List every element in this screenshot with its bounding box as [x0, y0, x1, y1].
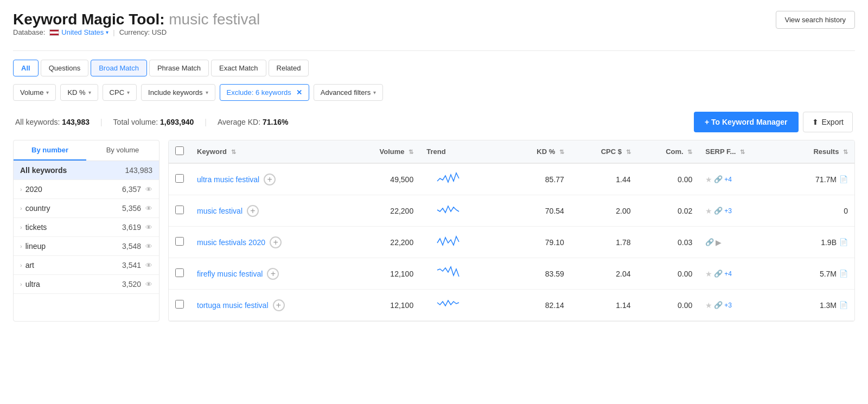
sidebar-tab-by-volume[interactable]: By volume — [86, 140, 159, 161]
sort-icon: ⇅ — [231, 149, 236, 155]
sidebar-item-tickets[interactable]: › tickets 3,619 👁 — [14, 218, 159, 237]
trend-cell — [420, 258, 508, 290]
include-keywords-filter[interactable]: Include keywords ▾ — [141, 84, 215, 101]
add-keyword-button[interactable]: + — [264, 174, 276, 185]
keyword-link[interactable]: music festivals 2020 — [197, 238, 265, 247]
link-icon: 🔗 — [705, 238, 714, 246]
upload-icon: ⬆ — [812, 118, 819, 126]
page-title: Keyword Magic Tool: music festival — [13, 11, 260, 28]
row-checkbox[interactable] — [175, 174, 184, 183]
visibility-icon[interactable]: 👁 — [145, 185, 152, 194]
cpc-cell: 1.44 — [571, 163, 637, 195]
chevron-down-icon: ▾ — [206, 89, 208, 95]
row-checkbox[interactable] — [175, 237, 184, 246]
serp-header[interactable]: SERP F... ⇅ — [699, 140, 780, 163]
results-cell: 1.3M📄 — [781, 290, 854, 321]
tab-related[interactable]: Related — [269, 60, 309, 76]
visibility-icon[interactable]: 👁 — [145, 280, 152, 288]
tab-exact-match[interactable]: Exact Match — [211, 60, 266, 76]
keyword-link[interactable]: music festival — [197, 207, 242, 215]
volume-header[interactable]: Volume ⇅ — [347, 140, 420, 163]
serp-plus-badge: +3 — [724, 302, 732, 309]
sidebar-item-all-keywords[interactable]: All keywords 143,983 — [14, 161, 159, 180]
link-icon: 🔗 — [714, 270, 723, 278]
add-keyword-button[interactable]: + — [267, 268, 279, 280]
volume-cell: 22,200 — [347, 227, 420, 258]
sort-icon: ⇅ — [740, 149, 745, 155]
sidebar-item-2020[interactable]: › 2020 6,357 👁 — [14, 180, 159, 199]
action-buttons: + To Keyword Manager ⬆ Export — [694, 112, 853, 132]
keyword-link[interactable]: tortuga music festival — [197, 301, 269, 310]
sidebar-item-ultra[interactable]: › ultra 3,520 👁 — [14, 275, 159, 294]
sidebar-tabs: By number By volume — [14, 140, 159, 161]
total-volume-stat: Total volume: 1,693,940 — [113, 118, 194, 126]
advanced-filters-button[interactable]: Advanced filters ▾ — [314, 84, 384, 101]
sort-icon: ⇅ — [843, 149, 848, 155]
tab-phrase-match[interactable]: Phrase Match — [149, 60, 209, 76]
kd-header[interactable]: KD % ⇅ — [508, 140, 571, 163]
volume-cell: 22,200 — [347, 195, 420, 227]
view-search-history-button[interactable]: View search history — [776, 11, 855, 29]
document-icon: 📄 — [839, 175, 848, 183]
add-keyword-button[interactable]: + — [247, 205, 259, 217]
select-all-checkbox[interactable] — [175, 146, 184, 155]
sidebar-item-lineup[interactable]: › lineup 3,548 👁 — [14, 237, 159, 256]
com-cell: 0.00 — [637, 290, 699, 321]
volume-cell: 49,500 — [347, 163, 420, 195]
serp-plus-badge: +4 — [724, 270, 732, 278]
sort-icon: ⇅ — [409, 149, 413, 155]
sort-icon: ⇅ — [559, 149, 564, 155]
volume-cell: 12,100 — [347, 290, 420, 321]
cpc-cell: 1.78 — [571, 227, 637, 258]
row-checkbox[interactable] — [175, 206, 184, 214]
avg-kd-stat: Average KD: 71.16% — [218, 118, 289, 126]
export-button[interactable]: ⬆ Export — [803, 112, 853, 132]
tab-questions[interactable]: Questions — [41, 60, 89, 76]
row-checkbox[interactable] — [175, 300, 184, 309]
trend-cell — [420, 163, 508, 195]
visibility-icon[interactable]: 👁 — [145, 261, 152, 270]
kd-cell: 85.77 — [508, 163, 571, 195]
cpc-filter[interactable]: CPC ▾ — [103, 84, 137, 101]
keyword-link[interactable]: ultra music festival — [197, 175, 259, 184]
com-cell: 0.00 — [637, 258, 699, 290]
results-cell: 0 — [781, 195, 854, 227]
com-header[interactable]: Com. ⇅ — [637, 140, 699, 163]
exclude-keywords-filter[interactable]: Exclude: 6 keywords ✕ — [220, 84, 309, 101]
database-selector[interactable]: United States ▾ — [49, 28, 108, 36]
sidebar-tab-by-number[interactable]: By number — [14, 140, 86, 161]
cpc-cell: 2.04 — [571, 258, 637, 290]
document-icon: 📄 — [839, 238, 848, 246]
kd-cell: 82.14 — [508, 290, 571, 321]
sidebar-item-art[interactable]: › art 3,541 👁 — [14, 256, 159, 275]
cpc-header[interactable]: CPC $ ⇅ — [571, 140, 637, 163]
tab-all[interactable]: All — [13, 60, 39, 76]
to-keyword-manager-button[interactable]: + To Keyword Manager — [694, 112, 799, 132]
results-cell: 1.9B📄 — [781, 227, 854, 258]
serp-cell: ★🔗+3 — [699, 290, 780, 321]
visibility-icon[interactable]: 👁 — [145, 204, 152, 213]
chevron-right-icon: › — [20, 281, 22, 287]
visibility-icon[interactable]: 👁 — [145, 223, 152, 232]
visibility-icon[interactable]: 👁 — [145, 242, 152, 251]
volume-filter[interactable]: Volume ▾ — [13, 84, 56, 101]
kd-cell: 79.10 — [508, 227, 571, 258]
tab-broad-match[interactable]: Broad Match — [91, 60, 147, 76]
add-keyword-button[interactable]: + — [273, 299, 285, 311]
serp-plus-badge: +3 — [724, 207, 732, 215]
row-checkbox[interactable] — [175, 268, 184, 277]
sidebar-item-country[interactable]: › country 5,356 👁 — [14, 199, 159, 218]
flag-icon — [49, 29, 59, 36]
keyword-header[interactable]: Keyword ⇅ — [190, 140, 347, 163]
add-keyword-button[interactable]: + — [270, 236, 282, 248]
results-header[interactable]: Results ⇅ — [781, 140, 854, 163]
close-icon[interactable]: ✕ — [296, 88, 302, 97]
document-icon: 📄 — [839, 301, 848, 309]
sort-icon: ⇅ — [626, 149, 631, 155]
keyword-link[interactable]: firefly music festival — [197, 270, 263, 278]
trend-cell — [420, 195, 508, 227]
sort-icon: ⇅ — [687, 149, 692, 155]
kd-filter[interactable]: KD % ▾ — [60, 84, 98, 101]
chevron-down-icon: ▾ — [127, 89, 130, 95]
chevron-right-icon: › — [20, 186, 22, 193]
